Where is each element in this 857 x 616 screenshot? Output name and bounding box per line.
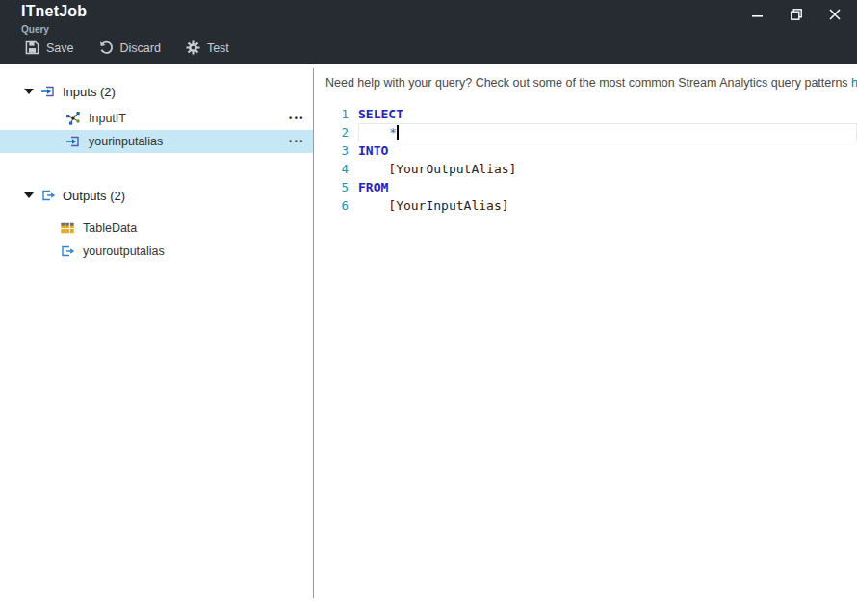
- save-label: Save: [46, 41, 74, 55]
- inputs-section-header[interactable]: Inputs (2): [0, 80, 313, 103]
- save-button[interactable]: Save: [25, 40, 74, 55]
- code-text: *: [359, 125, 397, 140]
- query-editor-panel: Need help with your query? Check out som…: [314, 64, 857, 616]
- test-label: Test: [207, 41, 229, 55]
- sidebar-item-label: InputIT: [89, 112, 126, 125]
- blade-header: ITnetJob Query Save: [0, 0, 857, 64]
- code-line-6[interactable]: 6 [YourInputAlias]: [314, 196, 857, 215]
- line-number: 3: [314, 143, 358, 158]
- discard-button[interactable]: Discard: [99, 40, 161, 55]
- sidebar-item-yourinputalias[interactable]: yourinputalias •••: [0, 130, 313, 153]
- output-icon: [60, 244, 75, 259]
- chevron-down-icon: [24, 89, 34, 94]
- line-number: 4: [314, 162, 358, 176]
- sidebar-item-youroutputalias[interactable]: youroutputalias: [0, 240, 313, 263]
- context-menu-button[interactable]: •••: [289, 130, 305, 153]
- code-line-2-current[interactable]: 2 *: [314, 123, 857, 141]
- line-number: 5: [314, 180, 358, 194]
- code-line-5[interactable]: 5 FROM: [314, 178, 857, 196]
- code-line-1[interactable]: 1 SELECT: [314, 105, 857, 123]
- code-text: [YourInputAlias]: [358, 198, 509, 213]
- code-line-4[interactable]: 4 [YourOutputAlias]: [314, 160, 857, 178]
- input-icon: [40, 84, 56, 99]
- help-text-body: Need help with your query? Check out som…: [325, 76, 851, 90]
- page-subtitle: Query: [21, 24, 49, 35]
- sidebar-item-tabledata[interactable]: TableData: [0, 217, 313, 240]
- line-number: 6: [314, 198, 358, 213]
- restore-button[interactable]: [782, 2, 811, 27]
- outputs-section-label: Outputs (2): [63, 189, 125, 203]
- window-controls: [743, 2, 849, 27]
- discard-icon: [99, 40, 114, 55]
- test-icon: [186, 40, 200, 55]
- code-text: FROM: [358, 180, 388, 194]
- iot-hub-icon: [65, 111, 81, 126]
- save-icon: [25, 40, 39, 55]
- table-icon: [60, 220, 75, 236]
- code-text: [YourOutputAlias]: [358, 162, 516, 176]
- code-text: SELECT: [358, 107, 403, 121]
- blade-body: Inputs (2) InputIT •••: [0, 64, 857, 616]
- input-icon: [65, 134, 81, 149]
- code-editor[interactable]: 1 SELECT 2 * 3 INTO 4 [YourOutputAlias]: [314, 105, 857, 215]
- sidebar-item-label: TableData: [83, 221, 137, 235]
- text-cursor: [397, 125, 399, 140]
- code-line-3[interactable]: 3 INTO: [314, 141, 857, 160]
- context-menu-button[interactable]: •••: [289, 107, 305, 130]
- stream-analytics-query-blade: ITnetJob Query Save: [0, 0, 857, 616]
- test-button[interactable]: Test: [186, 40, 229, 55]
- inputs-section-label: Inputs (2): [63, 85, 116, 99]
- sidebar-item-label: yourinputalias: [89, 135, 163, 148]
- current-line-highlight: *: [358, 123, 857, 141]
- close-button[interactable]: [820, 2, 849, 27]
- minimize-button[interactable]: [743, 2, 772, 27]
- sidebar-item-inputit[interactable]: InputIT •••: [0, 107, 313, 130]
- outputs-section-header[interactable]: Outputs (2): [0, 184, 313, 207]
- help-text: Need help with your query? Check out som…: [325, 76, 857, 90]
- io-sidebar: Inputs (2) InputIT •••: [0, 64, 313, 616]
- sidebar-item-label: youroutputalias: [83, 244, 165, 258]
- discard-label: Discard: [120, 41, 161, 55]
- line-number: 2: [314, 125, 358, 140]
- line-number: 1: [314, 107, 358, 121]
- page-title: ITnetJob: [21, 3, 87, 20]
- help-link[interactable]: here: [851, 76, 857, 90]
- output-icon: [40, 188, 56, 203]
- command-bar: Save Discard: [25, 40, 229, 55]
- code-text: INTO: [358, 143, 388, 158]
- chevron-down-icon: [24, 192, 34, 198]
